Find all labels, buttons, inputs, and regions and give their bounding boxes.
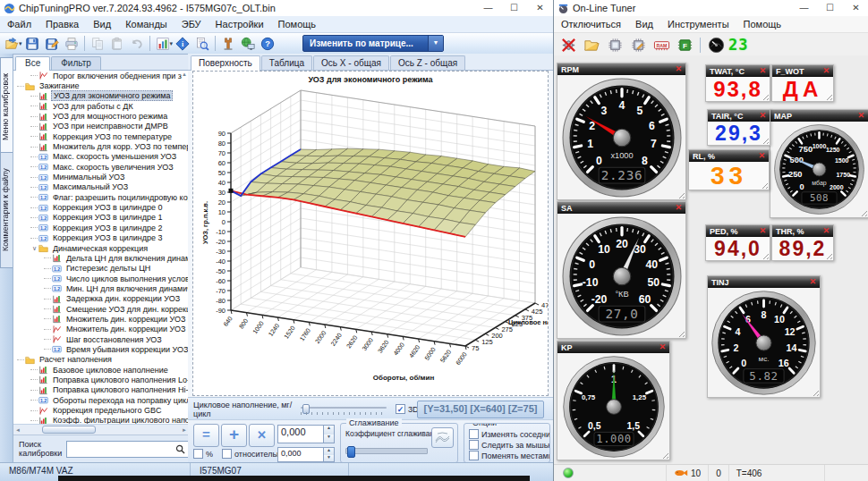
tree-item-12[interactable]: 1.2Флаг: разрешить поцилиндровую корр xyxy=(13,192,189,202)
value-spinner-text[interactable]: 0,000 xyxy=(278,426,323,443)
gauge-window-sa[interactable]: SA✕-20-100102030405060°КВ27,0 xyxy=(557,201,686,339)
gauge-titlebar-kp[interactable]: KP✕ xyxy=(557,342,669,353)
tree-item-10[interactable]: 1.2Минимальный УОЗ xyxy=(13,172,189,181)
tree-item-21[interactable]: 1.2Мин. ЦН для включения динамичес xyxy=(13,283,189,293)
search-input[interactable] xyxy=(66,441,189,458)
tree-item-17[interactable]: ∨Динамическая коррекция xyxy=(13,243,189,253)
close-button[interactable]: ✕ xyxy=(527,0,553,16)
tree-item-8[interactable]: 1.2Макс. скорость уменьшения УОЗ xyxy=(13,152,189,162)
tuner-menu-2[interactable]: Инструменты xyxy=(660,18,736,30)
tree-item-22[interactable]: Задержка дин. коррекции УОЗ xyxy=(13,294,189,304)
relative-checkbox[interactable] xyxy=(222,449,232,459)
disconnect-button[interactable] xyxy=(557,34,579,55)
display-window-rl[interactable]: RL, %✕33 xyxy=(688,149,770,190)
set-value-button[interactable]: = xyxy=(193,424,219,447)
tree-item-30[interactable]: Поправка циклового наполнения Lo-RP xyxy=(13,375,189,384)
tuner-menu-0[interactable]: Отключиться xyxy=(554,18,628,30)
tree-item-6[interactable]: Коррекция УОЗ по температуре xyxy=(13,131,189,141)
relative-spinner[interactable]: 0,000 ▲▼ xyxy=(277,447,335,462)
add-value-button[interactable]: + xyxy=(221,424,247,447)
gauge-window-rpm[interactable]: RPM✕012345678x10002.236 xyxy=(557,63,686,200)
tuner-menu-3[interactable]: Помощь xyxy=(736,18,789,30)
menu-0[interactable]: Файл xyxy=(0,18,38,30)
tree-item-25[interactable]: Множитель дин. коррекции УОЗ по xyxy=(13,325,189,334)
tree-item-13[interactable]: 1.2Коррекция УОЗ в цилиндре 0 xyxy=(13,202,189,212)
close-icon[interactable]: ✕ xyxy=(659,343,666,351)
tree-item-34[interactable]: Коэфф. фильтрации циклового наполн xyxy=(13,416,189,424)
doc-tab-Ось X - общая[interactable]: Ось X - общая xyxy=(313,55,389,70)
tree-tab-Фильтр[interactable]: Фильтр xyxy=(51,56,101,70)
flash-button[interactable]: F xyxy=(674,34,695,55)
smoothing-track[interactable] xyxy=(345,448,428,454)
side-tab-calibrations[interactable]: Меню калибровок xyxy=(0,57,13,156)
print-button[interactable] xyxy=(62,34,81,53)
multiply-value-button[interactable]: ✕ xyxy=(249,424,275,447)
gauge-indicator-button[interactable] xyxy=(705,34,727,55)
tree-item-5[interactable]: УОЗ при неисправности ДМРВ xyxy=(13,122,189,131)
tuner-menu-1[interactable]: Вид xyxy=(628,18,660,30)
close-icon[interactable]: ✕ xyxy=(809,278,816,286)
maximize-button[interactable]: ☐ xyxy=(501,0,527,16)
save-button[interactable] xyxy=(22,34,42,53)
close-icon[interactable]: ✕ xyxy=(758,152,765,160)
close-icon[interactable]: ✕ xyxy=(822,67,830,75)
option-checkbox-0[interactable] xyxy=(469,429,479,439)
info-button[interactable]: i xyxy=(173,34,192,53)
expander-icon[interactable]: ∨ xyxy=(30,245,38,252)
close-icon[interactable]: ✕ xyxy=(759,227,766,235)
display-window-tair[interactable]: TAIR, °C✕29,3 xyxy=(707,109,770,146)
display-titlebar-thr[interactable]: THR, %✕ xyxy=(772,225,833,237)
doc-tab-Поверхность[interactable]: Поверхность xyxy=(191,55,260,71)
display-window-ped[interactable]: PED, %✕94,0 xyxy=(705,224,770,261)
doc-tab-Ось Z - общая[interactable]: Ось Z - общая xyxy=(390,55,465,70)
gauge-titlebar-rpm[interactable]: RPM✕ xyxy=(557,63,685,75)
scroll-left-icon[interactable]: ◄ xyxy=(13,427,22,433)
scroll-down-icon[interactable]: ▼ xyxy=(181,417,188,424)
tools-button[interactable] xyxy=(218,34,238,53)
option-checkbox-2[interactable] xyxy=(469,451,479,460)
tree-item-23[interactable]: Смещение УОЗ для дин. коррекци xyxy=(13,304,189,314)
display-titlebar-fwot[interactable]: F_WOT✕ xyxy=(772,65,833,77)
dropdown-arrow-icon[interactable]: ▼ xyxy=(428,36,443,51)
tree-item-2[interactable]: УОЗ для экономичного режима xyxy=(13,91,189,101)
surface-chart-area[interactable]: -90-80-70-60-50-40-30-20-100102030405060… xyxy=(192,71,549,396)
find-button[interactable] xyxy=(192,34,212,53)
menu-4[interactable]: ЭБУ xyxy=(174,18,208,30)
close-icon[interactable]: ✕ xyxy=(675,204,682,212)
display-titlebar-ped[interactable]: PED, %✕ xyxy=(706,225,770,237)
slice-slider[interactable] xyxy=(301,404,387,415)
tuner-minimize-button[interactable]: — xyxy=(791,0,817,16)
tree-item-20[interactable]: 1.2Число циклов выполнения условия xyxy=(13,274,189,283)
tree-item-27[interactable]: 1.2Время убывания коррекции УОЗ xyxy=(13,344,189,354)
tree-item-32[interactable]: 1.2Обороты перехода на поправку цикло xyxy=(13,395,189,405)
value-spinner-arrows[interactable]: ▲▼ xyxy=(323,426,334,443)
network-button[interactable] xyxy=(238,34,258,53)
checkbox-3d[interactable]: ✓ xyxy=(396,404,405,414)
gauge-window-tinj[interactable]: TINJ✕0246810121416мс.5.82 xyxy=(707,275,821,398)
scroll-up-icon[interactable]: ▲ xyxy=(181,71,188,78)
ram-button[interactable]: RAM xyxy=(651,34,672,55)
close-icon[interactable]: ✕ xyxy=(759,67,766,75)
search-field[interactable] xyxy=(67,443,175,454)
tree-item-24[interactable]: Множитель дин. коррекции УОЗ по xyxy=(13,314,189,324)
menu-6[interactable]: Помощь xyxy=(271,18,324,30)
close-icon[interactable]: ✕ xyxy=(822,227,830,235)
tree-item-31[interactable]: Поправка циклового наполнения Hi-RPI xyxy=(13,385,189,395)
tree-item-9[interactable]: 1.2Макс. скорость увеличения УОЗ xyxy=(13,162,189,172)
tree-item-16[interactable]: 1.2Коррекция УОЗ в цилиндре 3 xyxy=(13,233,189,243)
tuner-titlebar[interactable]: On-Line Tuner — ☐ ✕ xyxy=(554,0,868,16)
help-button[interactable]: ? xyxy=(258,34,277,53)
display-window-fwot[interactable]: F_WOT✕ДА xyxy=(771,64,834,102)
slider-track[interactable] xyxy=(301,407,387,409)
tree-item-26[interactable]: Шаг восстановления УОЗ xyxy=(13,334,189,344)
smoothing-slider[interactable] xyxy=(345,446,428,457)
doc-tab-Таблица[interactable]: Таблица xyxy=(261,55,312,70)
gauge-window-map[interactable]: MAP✕025050075010001250150017502000мбар50… xyxy=(770,109,868,218)
tuner-maximize-button[interactable]: ☐ xyxy=(817,0,843,16)
side-tab-comments[interactable]: Комментарии к файлу xyxy=(0,152,13,268)
display-window-twat[interactable]: TWAT, °C✕93,8 xyxy=(705,64,770,102)
tree-item-33[interactable]: Коррекция предельного GBC xyxy=(13,405,189,415)
percent-checkbox[interactable] xyxy=(193,449,203,459)
relative-spinner-arrows[interactable]: ▲▼ xyxy=(323,448,334,461)
undo-button[interactable] xyxy=(127,34,147,53)
